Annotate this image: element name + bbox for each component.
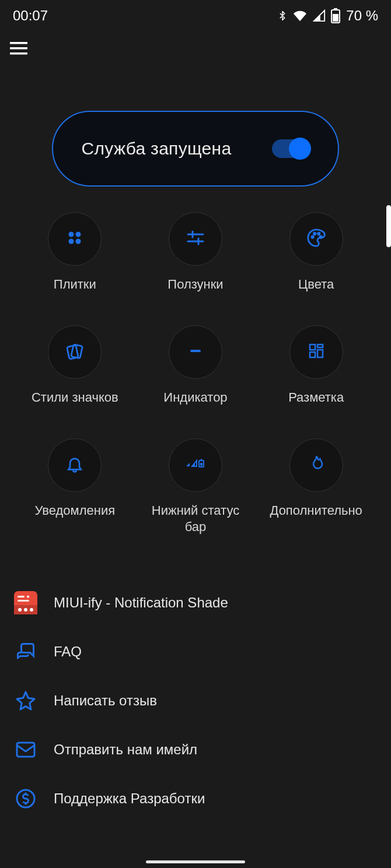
tile-circle — [289, 212, 343, 266]
svg-point-6 — [69, 232, 74, 237]
action-label: Поддержка Разработки — [54, 790, 205, 807]
mail-icon — [14, 738, 37, 761]
tile-label: Нижний статус бар — [143, 502, 248, 535]
hamburger-icon — [10, 42, 27, 57]
action-label: FAQ — [54, 644, 82, 660]
tile-circle — [289, 438, 343, 492]
svg-point-17 — [320, 236, 322, 238]
action-list: MIUI-ify - Notification Shade FAQ Написа… — [0, 578, 391, 823]
wifi-icon — [292, 9, 308, 22]
tile-label: Цвета — [298, 276, 334, 293]
svg-rect-23 — [317, 350, 323, 357]
app-bar — [0, 29, 391, 70]
icon-styles-icon — [65, 341, 85, 363]
tile-label: Стили значков — [32, 389, 118, 406]
statusbar-icon — [184, 457, 207, 473]
tile-circle — [289, 325, 343, 379]
palette-icon — [306, 228, 326, 250]
svg-rect-2 — [333, 14, 338, 22]
svg-rect-24 — [310, 352, 315, 357]
svg-point-15 — [313, 233, 315, 234]
svg-rect-20 — [190, 350, 201, 352]
svg-point-16 — [317, 233, 319, 234]
signal-icon — [312, 9, 326, 22]
action-email[interactable]: Отправить нам имейл — [14, 725, 377, 774]
tile-label: Индикатор — [163, 389, 227, 406]
tile-indicator[interactable]: Индикатор — [138, 325, 253, 406]
home-indicator — [146, 860, 245, 863]
svg-rect-26 — [200, 463, 203, 466]
tile-extras[interactable]: Дополнительно — [259, 438, 373, 535]
bell-icon — [65, 455, 84, 476]
app-icon — [14, 591, 37, 614]
svg-point-33 — [18, 608, 22, 612]
svg-point-34 — [24, 608, 27, 612]
tile-circle — [169, 325, 222, 379]
tile-tiles[interactable]: Плитки — [18, 212, 132, 293]
settings-grid: Плитки Ползунки Цвета Стили значков — [0, 212, 391, 535]
tile-bottom-statusbar[interactable]: Нижний статус бар — [138, 438, 253, 535]
svg-rect-21 — [310, 345, 315, 350]
tile-sliders[interactable]: Ползунки — [138, 212, 253, 293]
svg-point-7 — [76, 232, 81, 237]
action-support[interactable]: Поддержка Разработки — [14, 774, 377, 823]
tile-circle — [169, 212, 222, 266]
svg-rect-36 — [17, 743, 34, 757]
service-toggle-label: Служба запущена — [82, 139, 232, 159]
dollar-icon — [14, 787, 37, 810]
svg-point-35 — [30, 608, 33, 612]
tile-label: Уведомления — [35, 502, 116, 519]
action-review[interactable]: Написать отзыв — [14, 676, 377, 725]
svg-point-8 — [69, 239, 74, 244]
tile-notifications[interactable]: Уведомления — [18, 438, 132, 535]
svg-rect-27 — [200, 459, 202, 461]
tile-circle — [169, 438, 222, 492]
tile-label: Ползунки — [167, 276, 223, 293]
tile-circle — [48, 438, 102, 492]
switch-knob — [289, 138, 311, 160]
service-toggle-switch[interactable] — [272, 139, 309, 158]
indicator-icon — [187, 342, 204, 362]
bluetooth-icon — [277, 8, 288, 23]
sliders-icon — [186, 229, 205, 249]
side-scroll-indicator — [386, 205, 391, 247]
faq-icon — [14, 640, 37, 663]
svg-rect-4 — [10, 47, 27, 50]
menu-button[interactable] — [8, 39, 29, 60]
status-time: 00:07 — [13, 8, 48, 24]
tile-circle — [48, 325, 102, 379]
tile-icon-styles[interactable]: Стили значков — [18, 325, 132, 406]
svg-point-30 — [27, 596, 29, 598]
svg-rect-22 — [317, 345, 323, 347]
tile-label: Дополнительно — [270, 502, 362, 519]
action-label: MIUI-ify - Notification Shade — [54, 595, 228, 611]
tiles-icon — [66, 229, 83, 249]
svg-rect-31 — [18, 600, 29, 602]
fire-icon — [308, 454, 325, 476]
tile-layout[interactable]: Разметка — [259, 325, 373, 406]
battery-percent: 70 % — [346, 8, 378, 24]
tile-label: Разметка — [288, 389, 344, 406]
svg-rect-3 — [10, 42, 27, 44]
status-bar: 00:07 70 % — [0, 0, 391, 29]
status-right: 70 % — [277, 8, 378, 24]
svg-point-14 — [312, 236, 313, 238]
star-icon — [14, 689, 37, 712]
action-label: Отправить нам имейл — [54, 742, 197, 758]
action-miuiify[interactable]: MIUI-ify - Notification Shade — [14, 578, 377, 627]
tile-label: Плитки — [54, 276, 96, 293]
action-faq[interactable]: FAQ — [14, 627, 377, 676]
svg-rect-29 — [18, 596, 25, 598]
service-toggle-card[interactable]: Служба запущена — [52, 111, 339, 187]
svg-rect-5 — [10, 52, 27, 55]
svg-point-9 — [76, 239, 81, 244]
tile-circle — [48, 212, 102, 266]
action-label: Написать отзыв — [54, 693, 157, 709]
layout-icon — [308, 342, 325, 362]
tile-colors[interactable]: Цвета — [259, 212, 373, 293]
battery-icon — [331, 8, 340, 23]
